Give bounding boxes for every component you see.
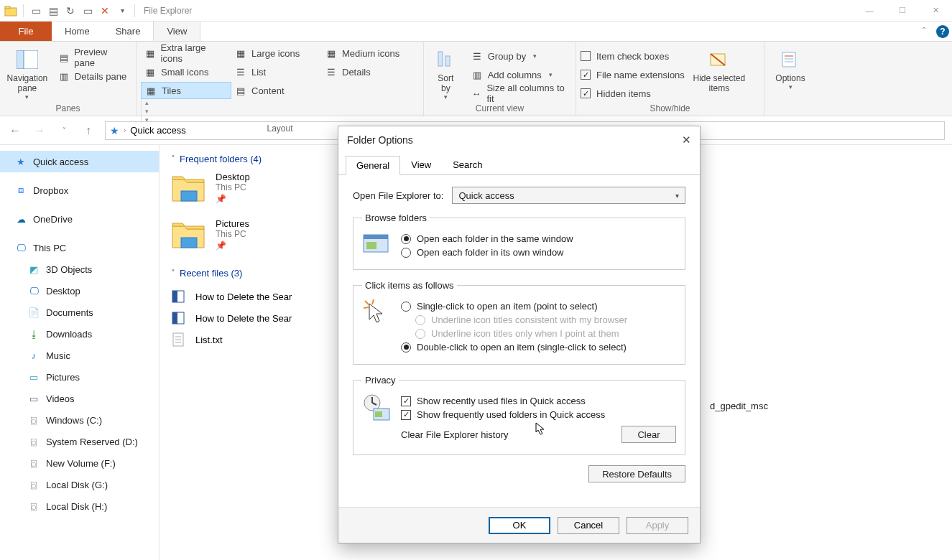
cancel-button[interactable]: Cancel bbox=[558, 517, 619, 534]
show-frequent-folders-checkbox[interactable]: Show frequently used folders in Quick ac… bbox=[401, 409, 676, 420]
click-items-fieldset: Click items as follows Single-click to o… bbox=[353, 280, 685, 365]
file-tab[interactable]: File bbox=[0, 22, 52, 41]
open-file-explorer-to-label: Open File Explorer to: bbox=[353, 190, 443, 201]
tab-general[interactable]: General bbox=[346, 156, 400, 175]
svg-rect-0 bbox=[5, 8, 17, 16]
navigation-pane-label: Navigation pane bbox=[7, 73, 48, 93]
close-button[interactable]: ✕ bbox=[919, 0, 952, 22]
chevron-down-icon: ˅ bbox=[171, 154, 175, 164]
qat-more-icon[interactable]: ▾ bbox=[114, 3, 130, 19]
file-name-extensions-toggle[interactable]: ✓File name extensions bbox=[581, 66, 685, 83]
item-check-boxes-toggle[interactable]: Item check boxes bbox=[581, 47, 685, 65]
back-button[interactable]: ← bbox=[7, 124, 23, 137]
sidebar-item-downloads[interactable]: ⭳Downloads bbox=[0, 323, 159, 345]
file-explorer-icon[interactable] bbox=[3, 3, 19, 19]
sidebar-item-quick-access[interactable]: ★Quick access bbox=[0, 151, 159, 172]
apply-button[interactable]: Apply bbox=[627, 517, 688, 534]
restore-defaults-button[interactable]: Restore Defaults bbox=[588, 465, 685, 482]
qat-redo-icon[interactable]: ▭ bbox=[80, 3, 96, 19]
svg-rect-13 bbox=[181, 238, 197, 248]
recent-locations-icon[interactable]: ˅ bbox=[56, 126, 72, 134]
browse-folders-fieldset: Browse folders Open each folder in the s… bbox=[353, 213, 685, 270]
sidebar-item-pictures[interactable]: ▭Pictures bbox=[0, 366, 159, 388]
share-tab[interactable]: Share bbox=[103, 22, 154, 41]
ribbon: Navigation pane ▾ ▤Preview pane ▥Details… bbox=[0, 42, 952, 116]
single-click-radio[interactable]: Single-click to open an item (point to s… bbox=[401, 301, 676, 312]
clear-button[interactable]: Clear bbox=[621, 426, 676, 443]
tab-view[interactable]: View bbox=[400, 155, 442, 174]
svg-rect-12 bbox=[181, 191, 197, 201]
double-click-radio[interactable]: Double-click to open an item (single-cli… bbox=[401, 342, 676, 353]
layout-small-button[interactable]: ▦Small icons bbox=[141, 63, 231, 80]
dialog-close-button[interactable]: ✕ bbox=[670, 134, 691, 146]
svg-rect-24 bbox=[366, 242, 376, 249]
layout-medium-button[interactable]: ▦Medium icons bbox=[322, 45, 412, 62]
same-window-radio[interactable]: Open each folder in the same window bbox=[401, 233, 676, 244]
layout-extra-large-button[interactable]: ▦Extra large icons bbox=[141, 45, 231, 62]
sidebar-item-dropbox[interactable]: ⧈Dropbox bbox=[0, 179, 159, 201]
add-columns-button[interactable]: ▥Add columns▾ bbox=[468, 66, 571, 83]
folder-icon bbox=[171, 219, 207, 251]
hide-selected-items-button[interactable]: Hide selected items bbox=[689, 45, 749, 93]
qat-delete-icon[interactable]: ✕ bbox=[97, 3, 113, 19]
sidebar-item-videos[interactable]: ▭Videos bbox=[0, 388, 159, 409]
group-by-button[interactable]: ☰Group by▾ bbox=[468, 47, 571, 65]
up-button[interactable]: ↑ bbox=[80, 124, 96, 137]
sidebar-item-music[interactable]: ♪Music bbox=[0, 345, 159, 366]
view-tab[interactable]: View bbox=[153, 22, 200, 41]
drive-icon: ⌼ bbox=[27, 500, 40, 512]
panes-caption: Panes bbox=[4, 103, 131, 116]
svg-rect-3 bbox=[17, 50, 24, 69]
sort-by-button[interactable]: Sort by ▾ bbox=[428, 45, 463, 101]
layout-details-button[interactable]: ☰Details bbox=[322, 63, 412, 80]
music-icon: ♪ bbox=[27, 350, 40, 361]
sidebar-item-windows-c-[interactable]: ⌼Windows (C:) bbox=[0, 409, 159, 431]
qat-newfolder-icon[interactable]: ▤ bbox=[45, 3, 61, 19]
navigation-pane-button[interactable]: Navigation pane ▾ bbox=[4, 45, 50, 101]
sidebar-item-new-volume-f-[interactable]: ⌼New Volume (F:) bbox=[0, 452, 159, 474]
chevron-down-icon: ˅ bbox=[171, 269, 175, 278]
browse-folders-icon bbox=[362, 230, 392, 261]
collapse-ribbon-icon[interactable]: ˆ bbox=[915, 22, 933, 41]
maximize-button[interactable]: ☐ bbox=[886, 0, 919, 22]
cube-icon: ◩ bbox=[27, 263, 40, 275]
hidden-items-toggle[interactable]: ✓Hidden items bbox=[581, 85, 685, 102]
ribbon-tabs: File Home Share View ˆ ? bbox=[0, 22, 952, 42]
ok-button[interactable]: OK bbox=[489, 517, 550, 534]
sidebar-item-system-reserved-d-[interactable]: ⌼System Reserved (D:) bbox=[0, 431, 159, 452]
star-icon: ★ bbox=[14, 156, 27, 167]
svg-line-27 bbox=[372, 299, 374, 304]
layout-scroll-down-icon[interactable]: ▾ bbox=[145, 108, 149, 115]
svg-marker-25 bbox=[369, 304, 382, 322]
preview-pane-button[interactable]: ▤Preview pane bbox=[55, 49, 131, 66]
sidebar-item-onedrive[interactable]: ☁OneDrive bbox=[0, 208, 159, 230]
layout-list-button[interactable]: ☰List bbox=[231, 63, 322, 80]
layout-content-button[interactable]: ▤Content bbox=[231, 82, 322, 99]
sidebar-item-this-pc[interactable]: 🖵This PC bbox=[0, 237, 159, 258]
tile-pictures[interactable]: PicturesThis PC📌 bbox=[171, 218, 315, 251]
sidebar-item-documents[interactable]: 📄Documents bbox=[0, 302, 159, 323]
qat-undo-icon[interactable]: ↻ bbox=[63, 3, 78, 19]
details-pane-button[interactable]: ▥Details pane bbox=[55, 67, 131, 85]
tab-search[interactable]: Search bbox=[442, 155, 493, 174]
tile-desktop[interactable]: DesktopThis PC📌 bbox=[171, 172, 315, 204]
forward-button[interactable]: → bbox=[32, 124, 47, 137]
home-tab[interactable]: Home bbox=[52, 22, 103, 41]
layout-tiles-button[interactable]: ▦Tiles bbox=[141, 82, 231, 99]
size-all-columns-button[interactable]: ↔Size all columns to fit bbox=[468, 85, 571, 102]
options-button[interactable]: Options ▾ bbox=[769, 45, 812, 90]
drive-icon: ⌼ bbox=[27, 457, 40, 469]
own-window-radio[interactable]: Open each folder in its own window bbox=[401, 247, 676, 258]
sidebar-item-3d-objects[interactable]: ◩3D Objects bbox=[0, 258, 159, 280]
qat-properties-icon[interactable]: ▭ bbox=[28, 3, 44, 19]
sidebar-item-local-disk-g-[interactable]: ⌼Local Disk (G:) bbox=[0, 474, 159, 495]
sidebar-item-local-disk-h-[interactable]: ⌼Local Disk (H:) bbox=[0, 495, 159, 517]
show-recent-files-checkbox[interactable]: Show recently used files in Quick access bbox=[401, 396, 676, 406]
drive-icon: ⌼ bbox=[27, 414, 40, 426]
layout-scroll-up-icon[interactable]: ▴ bbox=[145, 99, 149, 106]
open-file-explorer-to-combo[interactable]: Quick access ▾ bbox=[452, 187, 685, 204]
help-button[interactable]: ? bbox=[933, 22, 952, 41]
sidebar-item-desktop[interactable]: 🖵Desktop bbox=[0, 280, 159, 302]
layout-large-button[interactable]: ▦Large icons bbox=[231, 45, 322, 62]
minimize-button[interactable]: — bbox=[853, 0, 886, 22]
